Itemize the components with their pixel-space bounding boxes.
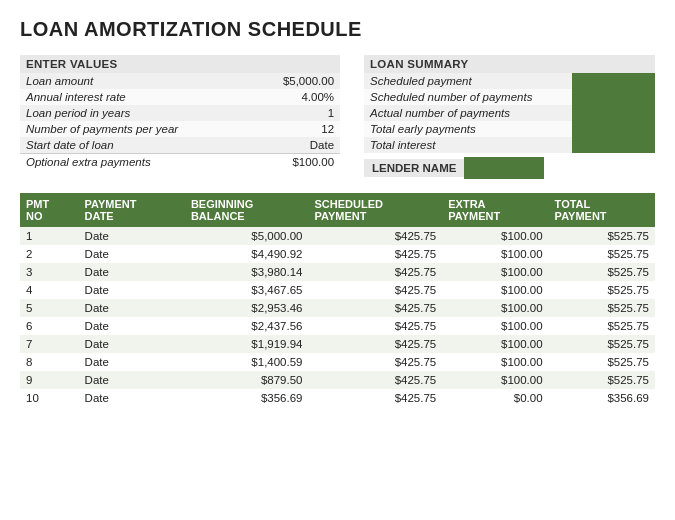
table-row: 5Date$2,953.46$425.75$100.00$525.75 — [20, 299, 655, 317]
table-cell-4: $100.00 — [442, 371, 548, 389]
table-cell-5: $525.75 — [549, 335, 655, 353]
ls-label: Actual number of payments — [364, 105, 572, 121]
ls-value — [572, 121, 655, 137]
ev-value: 1 — [251, 105, 340, 121]
table-cell-5: $525.75 — [549, 245, 655, 263]
extra-payments-row: Optional extra payments $100.00 — [20, 154, 340, 171]
ls-value — [572, 89, 655, 105]
table-header-1: PAYMENT DATE — [79, 193, 185, 227]
table-cell-4: $100.00 — [442, 335, 548, 353]
page-title: LOAN AMORTIZATION SCHEDULE — [20, 18, 655, 41]
table-cell-5: $525.75 — [549, 353, 655, 371]
lender-name-value[interactable] — [464, 157, 544, 179]
table-row: 8Date$1,400.59$425.75$100.00$525.75 — [20, 353, 655, 371]
table-cell-1: Date — [79, 245, 185, 263]
ev-value: 12 — [251, 121, 340, 137]
enter-values-row: Annual interest rate4.00% — [20, 89, 340, 105]
ev-label: Loan amount — [20, 73, 251, 89]
table-cell-5: $525.75 — [549, 227, 655, 245]
lender-row: LENDER NAME — [364, 157, 655, 179]
table-cell-2: $4,490.92 — [185, 245, 309, 263]
table-cell-3: $425.75 — [309, 353, 443, 371]
table-cell-0: 6 — [20, 317, 79, 335]
table-cell-1: Date — [79, 389, 185, 407]
loan-summary-row: Scheduled number of payments — [364, 89, 655, 105]
ls-label: Scheduled payment — [364, 73, 572, 89]
loan-summary-header: LOAN SUMMARY — [364, 55, 655, 73]
table-row: 6Date$2,437.56$425.75$100.00$525.75 — [20, 317, 655, 335]
table-header-5: TOTAL PAYMENT — [549, 193, 655, 227]
table-cell-2: $3,980.14 — [185, 263, 309, 281]
table-cell-4: $100.00 — [442, 281, 548, 299]
table-cell-3: $425.75 — [309, 227, 443, 245]
table-cell-1: Date — [79, 263, 185, 281]
table-cell-0: 5 — [20, 299, 79, 317]
table-cell-0: 3 — [20, 263, 79, 281]
lender-name-label: LENDER NAME — [364, 159, 464, 177]
table-row: 1Date$5,000.00$425.75$100.00$525.75 — [20, 227, 655, 245]
table-cell-4: $100.00 — [442, 299, 548, 317]
table-cell-3: $425.75 — [309, 245, 443, 263]
table-row: 9Date$879.50$425.75$100.00$525.75 — [20, 371, 655, 389]
table-cell-4: $100.00 — [442, 263, 548, 281]
table-cell-4: $100.00 — [442, 227, 548, 245]
table-cell-4: $0.00 — [442, 389, 548, 407]
enter-values-row: Loan period in years1 — [20, 105, 340, 121]
enter-values-section: ENTER VALUES Loan amount$5,000.00Annual … — [20, 55, 340, 179]
ls-value — [572, 137, 655, 153]
table-cell-5: $356.69 — [549, 389, 655, 407]
table-cell-3: $425.75 — [309, 299, 443, 317]
table-cell-5: $525.75 — [549, 299, 655, 317]
table-row: 3Date$3,980.14$425.75$100.00$525.75 — [20, 263, 655, 281]
table-cell-1: Date — [79, 281, 185, 299]
table-cell-4: $100.00 — [442, 353, 548, 371]
ev-label: Annual interest rate — [20, 89, 251, 105]
table-row: 4Date$3,467.65$425.75$100.00$525.75 — [20, 281, 655, 299]
table-header-4: EXTRA PAYMENT — [442, 193, 548, 227]
table-cell-0: 8 — [20, 353, 79, 371]
table-cell-5: $525.75 — [549, 371, 655, 389]
table-cell-2: $879.50 — [185, 371, 309, 389]
ev-label: Number of payments per year — [20, 121, 251, 137]
table-cell-2: $2,953.46 — [185, 299, 309, 317]
table-row: 2Date$4,490.92$425.75$100.00$525.75 — [20, 245, 655, 263]
enter-values-header: ENTER VALUES — [20, 55, 340, 73]
table-cell-2: $5,000.00 — [185, 227, 309, 245]
table-header-0: PMT NO — [20, 193, 79, 227]
table-cell-5: $525.75 — [549, 317, 655, 335]
ev-value: Date — [251, 137, 340, 154]
table-cell-2: $1,400.59 — [185, 353, 309, 371]
enter-values-row: Number of payments per year12 — [20, 121, 340, 137]
table-cell-1: Date — [79, 371, 185, 389]
table-cell-4: $100.00 — [442, 317, 548, 335]
ls-label: Total interest — [364, 137, 572, 153]
table-cell-5: $525.75 — [549, 263, 655, 281]
loan-summary-row: Total early payments — [364, 121, 655, 137]
table-cell-3: $425.75 — [309, 263, 443, 281]
table-row: 7Date$1,919.94$425.75$100.00$525.75 — [20, 335, 655, 353]
ls-value — [572, 105, 655, 121]
table-cell-3: $425.75 — [309, 317, 443, 335]
table-cell-1: Date — [79, 335, 185, 353]
ls-label: Scheduled number of payments — [364, 89, 572, 105]
ev-value: 4.00% — [251, 89, 340, 105]
table-cell-3: $425.75 — [309, 389, 443, 407]
table-cell-5: $525.75 — [549, 281, 655, 299]
table-cell-4: $100.00 — [442, 245, 548, 263]
extra-payments-value: $100.00 — [251, 154, 340, 171]
enter-values-row: Start date of loanDate — [20, 137, 340, 154]
table-header-3: SCHEDULED PAYMENT — [309, 193, 443, 227]
table-cell-0: 4 — [20, 281, 79, 299]
loan-summary-row: Total interest — [364, 137, 655, 153]
ev-label: Loan period in years — [20, 105, 251, 121]
table-cell-0: 10 — [20, 389, 79, 407]
ev-label: Start date of loan — [20, 137, 251, 154]
table-cell-1: Date — [79, 353, 185, 371]
table-cell-2: $1,919.94 — [185, 335, 309, 353]
table-row: 10Date$356.69$425.75$0.00$356.69 — [20, 389, 655, 407]
table-cell-2: $3,467.65 — [185, 281, 309, 299]
loan-summary-table: Scheduled paymentScheduled number of pay… — [364, 73, 655, 153]
loan-summary-row: Actual number of payments — [364, 105, 655, 121]
ls-label: Total early payments — [364, 121, 572, 137]
table-cell-2: $356.69 — [185, 389, 309, 407]
